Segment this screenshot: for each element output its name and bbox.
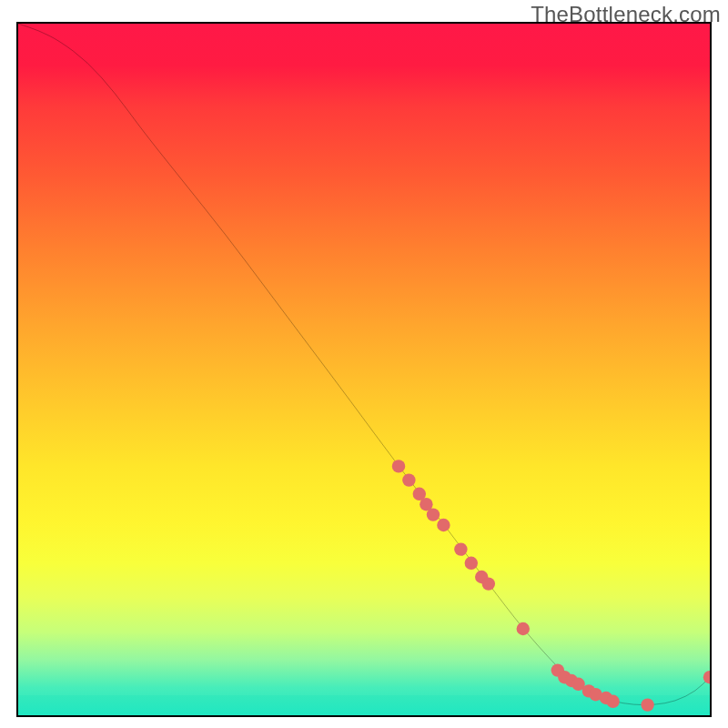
highlighted-points: [392, 460, 710, 712]
marker-dot: [454, 542, 467, 555]
marker-dot: [437, 519, 450, 531]
bottleneck-curve: [18, 24, 710, 715]
marker-dot: [402, 473, 415, 486]
chart-frame: TheBottleneck.com: [0, 0, 728, 728]
marker-dot: [641, 698, 653, 711]
marker-dot: [427, 508, 440, 521]
marker-dot: [606, 695, 619, 708]
marker-dot: [703, 671, 710, 683]
marker-dot: [465, 557, 478, 570]
curve-line: [18, 24, 710, 705]
plot-area: [16, 22, 712, 717]
marker-dot: [392, 460, 405, 472]
marker-dot: [482, 577, 495, 590]
marker-dot: [517, 622, 530, 635]
